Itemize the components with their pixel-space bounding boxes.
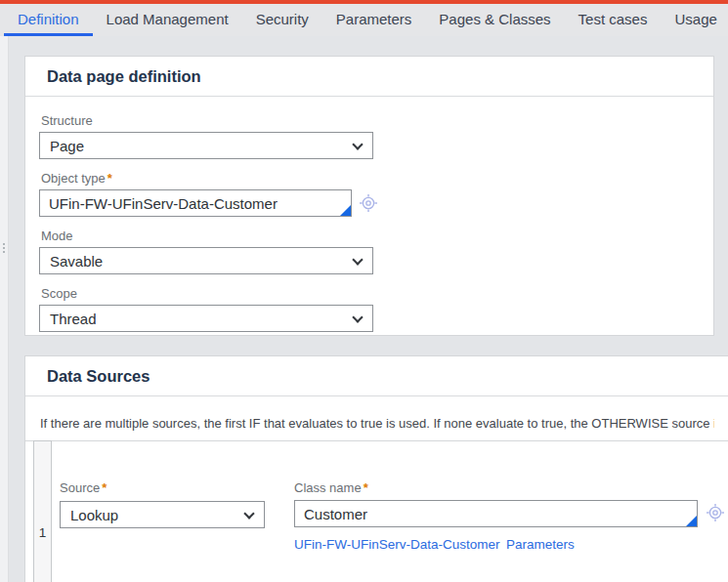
tab-load-management[interactable]: Load Management (93, 4, 242, 36)
scope-select-value: Thread (50, 311, 97, 327)
required-asterisk: * (364, 480, 368, 495)
source-select-value: Lookup (70, 507, 118, 523)
structure-label: Structure (41, 113, 713, 128)
autocomplete-corner-icon (686, 516, 697, 526)
mode-label-text: Mode (41, 229, 73, 243)
source-label: Source* (60, 480, 107, 495)
source-label-text: Source (60, 480, 100, 495)
mode-label: Mode (41, 229, 713, 243)
splitter-grip-icon (2, 241, 6, 255)
row-index-gutter: 1 (33, 440, 52, 582)
required-asterisk: * (102, 480, 107, 495)
source-row-content: Source* Lookup Class name* UFin- (52, 441, 728, 582)
class-name-label: Class name* (294, 480, 368, 495)
class-name-label-text: Class name (294, 480, 362, 495)
object-type-label-text: Object type (41, 171, 106, 186)
open-class-target-icon[interactable] (706, 503, 725, 522)
source-row: 1 Source* Lookup Class name* (25, 440, 728, 582)
object-type-input[interactable] (40, 190, 351, 216)
tab-usage[interactable]: Usage (661, 4, 728, 36)
class-name-input-wrap (294, 500, 698, 527)
structure-select[interactable]: Page (39, 132, 373, 159)
tab-test-cases[interactable]: Test cases (565, 4, 662, 36)
tab-pages-classes[interactable]: Pages & Classes (425, 4, 564, 36)
panel-title: Data page definition (25, 57, 713, 96)
data-page-definition-panel: Data page definition Structure Page Obje… (24, 56, 714, 336)
row-number: 1 (34, 525, 51, 540)
structure-label-text: Structure (41, 113, 93, 128)
chevron-down-icon (352, 254, 363, 265)
chevron-down-icon (352, 312, 363, 322)
class-name-input[interactable] (295, 501, 697, 526)
tab-definition[interactable]: Definition (4, 4, 93, 36)
scope-select[interactable]: Thread (39, 305, 373, 332)
tab-bar: Definition Load Management Security Para… (0, 4, 728, 36)
tab-parameters[interactable]: Parameters (322, 4, 426, 36)
scope-label-text: Scope (41, 286, 77, 301)
data-sources-panel: Data Sources If there are multiple sourc… (24, 355, 728, 582)
parameters-link[interactable]: Parameters (506, 537, 575, 552)
class-name-link[interactable]: UFin-FW-UFinServ-Data-Customer (294, 537, 500, 552)
mode-select-value: Savable (50, 253, 103, 270)
chevron-down-icon (352, 139, 363, 149)
source-select[interactable]: Lookup (60, 501, 265, 528)
object-type-input-wrap (39, 189, 352, 217)
scope-label: Scope (41, 286, 713, 301)
required-asterisk: * (107, 171, 112, 186)
open-class-target-icon[interactable] (359, 193, 378, 213)
panel-title: Data Sources (25, 356, 728, 395)
panel-divider (25, 395, 728, 396)
sources-description: If there are multiple sources, the first… (40, 416, 714, 431)
chevron-down-icon (243, 508, 254, 519)
left-splitter-handle[interactable] (0, 36, 9, 582)
autocomplete-corner-icon (340, 205, 351, 216)
mode-select[interactable]: Savable (39, 247, 373, 274)
structure-select-value: Page (50, 138, 84, 154)
tab-security[interactable]: Security (242, 4, 322, 36)
object-type-label: Object type* (41, 171, 713, 186)
